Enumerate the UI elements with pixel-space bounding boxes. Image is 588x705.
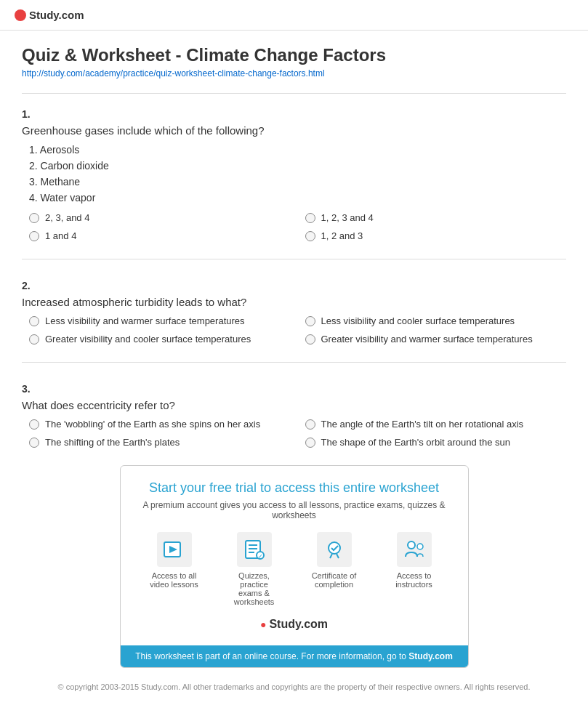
question-3-number: 3. — [22, 383, 566, 395]
promo-icon-instructor-label: Access toinstructors — [395, 571, 432, 589]
question-2-number: 2. — [22, 280, 566, 291]
promo-icon-video-label: Access to allvideo lessons — [150, 571, 198, 589]
option-1-2-label: 1, 2, 3 and 4 — [321, 212, 374, 223]
radio-1-3[interactable] — [29, 231, 39, 241]
option-3-3-label: The shifting of the Earth's plates — [45, 437, 180, 448]
choice-1-3: 3. Methane — [29, 176, 566, 188]
page-url[interactable]: http://study.com/academy/practice/quiz-w… — [22, 68, 566, 78]
option-1-2[interactable]: 1, 2, 3 and 4 — [305, 212, 567, 223]
radio-2-2[interactable] — [305, 316, 315, 326]
option-3-4[interactable]: The shape of the Earth's orbit around th… — [305, 437, 567, 448]
promo-icons: Access to allvideo lessons ✓ Quizze — [138, 532, 451, 606]
promo-icon-cert: Certificate ofcompletion — [305, 532, 363, 606]
option-3-1-label: The 'wobbling' of the Earth as she spins… — [45, 419, 260, 430]
option-3-2-label: The angle of the Earth's tilt on her rot… — [321, 419, 524, 430]
option-2-2-label: Less visibility and cooler surface tempe… — [321, 315, 515, 326]
choice-1-1: 1. Aerosols — [29, 144, 566, 156]
radio-3-1[interactable] — [29, 419, 39, 430]
radio-1-2[interactable] — [305, 213, 315, 223]
radio-1-4[interactable] — [305, 231, 315, 241]
main-content: Quiz & Worksheet - Climate Change Factor… — [0, 31, 588, 705]
promo-icon-quiz: ✓ Quizzes, practiceexams & worksheets — [225, 532, 283, 606]
option-1-4[interactable]: 1, 2 and 3 — [305, 230, 567, 241]
cert-icon — [317, 532, 352, 567]
svg-line-9 — [330, 554, 332, 558]
question-1-choices: 1. Aerosols 2. Carbon dioxide 3. Methane… — [29, 144, 566, 204]
radio-2-3[interactable] — [29, 334, 39, 345]
promo-box: Start your free trial to access this ent… — [120, 465, 469, 668]
radio-2-1[interactable] — [29, 316, 39, 326]
promo-footer-text: This worksheet is part of an online cour… — [135, 651, 453, 661]
question-3-text: What does eccentricity refer to? — [22, 399, 566, 411]
copyright-text: © copyright 2003-2015 Study.com. All oth… — [22, 682, 566, 705]
quiz-icon: ✓ — [237, 532, 272, 567]
promo-subtitle: A premium account gives you access to al… — [138, 500, 451, 520]
option-3-3[interactable]: The shifting of the Earth's plates — [29, 437, 291, 448]
radio-3-4[interactable] — [305, 438, 315, 448]
header-divider — [22, 93, 566, 94]
radio-2-4[interactable] — [305, 334, 315, 345]
promo-icon-cert-label: Certificate ofcompletion — [312, 571, 357, 589]
video-icon — [157, 532, 192, 567]
page-title: Quiz & Worksheet - Climate Change Factor… — [22, 45, 566, 65]
option-2-3[interactable]: Greater visibility and cooler surface te… — [29, 334, 291, 345]
option-3-1[interactable]: The 'wobbling' of the Earth as she spins… — [29, 419, 291, 430]
svg-point-11 — [408, 541, 415, 549]
option-3-2[interactable]: The angle of the Earth's tilt on her rot… — [305, 419, 567, 430]
question-1-text: Greenhouse gases include which of the fo… — [22, 124, 566, 137]
divider-2 — [22, 362, 566, 363]
choice-1-2: 2. Carbon dioxide — [29, 160, 566, 172]
question-3-options: The 'wobbling' of the Earth as she spins… — [29, 419, 566, 448]
svg-point-8 — [329, 542, 340, 554]
question-2-text: Increased atmospheric turbidity leads to… — [22, 296, 566, 308]
svg-point-12 — [417, 544, 423, 549]
question-1: 1. Greenhouse gases include which of the… — [22, 101, 566, 241]
promo-icon-instructor: Access toinstructors — [385, 532, 443, 606]
radio-3-3[interactable] — [29, 438, 39, 448]
option-2-3-label: Greater visibility and cooler surface te… — [45, 334, 251, 345]
promo-inner: Start your free trial to access this ent… — [121, 466, 468, 645]
promo-icon-quiz-label: Quizzes, practiceexams & worksheets — [234, 571, 275, 606]
promo-icon-video: Access to allvideo lessons — [145, 532, 204, 606]
option-2-4-label: Greater visibility and warmer surface te… — [321, 334, 533, 345]
site-logo[interactable]: Study.com — [29, 9, 84, 21]
option-3-4-label: The shape of the Earth's orbit around th… — [321, 437, 510, 448]
option-1-4-label: 1, 2 and 3 — [321, 230, 363, 241]
option-1-1[interactable]: 2, 3, and 4 — [29, 212, 291, 223]
choice-1-4: 4. Water vapor — [29, 192, 566, 204]
site-header: Study.com — [0, 0, 588, 31]
promo-footer: This worksheet is part of an online cour… — [121, 645, 468, 667]
question-2-options: Less visibility and warmer surface tempe… — [29, 315, 566, 345]
option-2-4[interactable]: Greater visibility and warmer surface te… — [305, 334, 567, 345]
question-3: 3. What does eccentricity refer to? The … — [22, 376, 566, 448]
option-2-1[interactable]: Less visibility and warmer surface tempe… — [29, 315, 291, 326]
radio-1-1[interactable] — [29, 213, 39, 223]
logo-circle-icon — [15, 9, 26, 21]
svg-text:✓: ✓ — [258, 553, 263, 560]
svg-line-10 — [337, 554, 339, 558]
radio-3-2[interactable] — [305, 419, 315, 430]
option-1-3[interactable]: 1 and 4 — [29, 230, 291, 241]
option-1-3-label: 1 and 4 — [45, 230, 76, 241]
option-2-1-label: Less visibility and warmer surface tempe… — [45, 315, 245, 326]
promo-logo: ● Study.com — [138, 618, 451, 631]
question-2: 2. Increased atmospheric turbidity leads… — [22, 273, 566, 345]
promo-title: Start your free trial to access this ent… — [138, 480, 451, 496]
question-1-options: 2, 3, and 4 1, 2, 3 and 4 1 and 4 1, 2 a… — [29, 212, 566, 241]
instructor-icon — [397, 532, 432, 567]
option-2-2[interactable]: Less visibility and cooler surface tempe… — [305, 315, 567, 326]
divider-1 — [22, 259, 566, 259]
question-1-number: 1. — [22, 108, 566, 120]
option-1-1-label: 2, 3, and 4 — [45, 212, 89, 223]
